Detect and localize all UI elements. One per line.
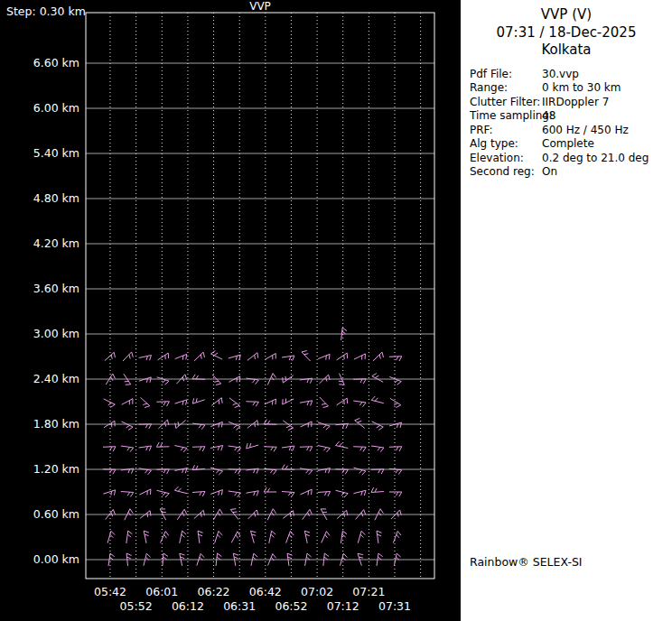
wind-barb-plot (0, 0, 461, 621)
wind-barb (353, 490, 366, 496)
wind-barb (107, 531, 115, 542)
y-axis-label: 1.20 km (0, 462, 79, 476)
y-axis-label: 4.80 km (0, 191, 79, 205)
wind-barb (300, 401, 313, 406)
wind-barb (139, 424, 152, 429)
info-row: Range: 0 km to 30 km (461, 81, 672, 96)
wind-barb (265, 354, 275, 360)
info-label: Pdf File: (470, 68, 542, 82)
info-label: Elevation: (470, 152, 542, 166)
wind-barb (389, 422, 401, 428)
info-value: 0.2 deg to 21.0 deg (542, 152, 672, 166)
wind-barb (318, 492, 331, 496)
wind-barb (247, 353, 258, 361)
wind-barb (372, 422, 384, 430)
wind-barb (122, 399, 133, 405)
wind-barb (215, 531, 222, 542)
wind-barb (121, 446, 134, 452)
wind-barb (210, 446, 223, 451)
wind-barb (282, 492, 294, 497)
radar-app-window: Step: 0.30 km VVP 6.60 km6.00 km5.40 km4… (0, 0, 672, 621)
y-axis-label: 0.00 km (0, 552, 79, 566)
wind-barb (282, 465, 294, 470)
wind-barb (335, 469, 348, 475)
wind-barb (210, 468, 222, 475)
x-axis-label: 07:21 (347, 585, 390, 598)
wind-barb (139, 446, 152, 451)
wind-barb (231, 532, 240, 542)
vvp-chart-region: Step: 0.30 km VVP 6.60 km6.00 km5.40 km4… (0, 0, 461, 621)
wind-barb (264, 420, 276, 425)
wind-barb (371, 469, 384, 474)
info-label: PRF: (470, 124, 542, 138)
wind-barb (300, 489, 312, 495)
wind-barb (180, 531, 186, 543)
wind-barb (353, 447, 366, 452)
wind-barb (175, 400, 187, 405)
y-axis-label: 5.40 km (0, 146, 79, 160)
wind-barb (230, 509, 238, 520)
plot-border (86, 13, 434, 579)
wind-barb (192, 398, 204, 403)
wind-barb (300, 447, 313, 451)
y-axis-label: 3.00 km (0, 327, 79, 340)
wind-barb (139, 377, 151, 383)
info-value: 30.vvp (542, 68, 672, 82)
wind-barb (318, 354, 330, 359)
wind-barb (122, 422, 134, 430)
info-label: Second reg: (470, 165, 542, 180)
wind-barb (156, 442, 169, 447)
wind-barb (140, 397, 149, 407)
wind-barb (229, 422, 240, 430)
info-value: On (542, 165, 672, 180)
wind-barb (353, 468, 365, 475)
wind-barb (210, 422, 222, 427)
wind-barb (174, 446, 187, 452)
y-axis-label: 6.60 km (0, 56, 79, 70)
x-axis-label: 06:52 (269, 599, 313, 613)
wind-barb (286, 531, 294, 542)
x-axis-label: 05:42 (89, 585, 132, 598)
y-axis-label: 2.40 km (0, 372, 79, 385)
wind-barb (174, 468, 187, 474)
panel-title-block: VVP (V) 07:31 / 18-Dec-2025 Kolkata (461, 0, 672, 60)
wind-barb (389, 447, 402, 451)
wind-barb (264, 447, 276, 452)
x-axis-label: 06:12 (166, 599, 210, 613)
wind-barb (302, 351, 311, 362)
wind-barb (371, 487, 384, 492)
wind-barb (318, 468, 331, 474)
x-axis-label: 07:31 (373, 599, 416, 613)
wind-barb (192, 447, 205, 451)
wind-barb (103, 490, 115, 496)
wind-barb (104, 399, 116, 407)
wind-barb (371, 396, 384, 403)
wind-barb (158, 353, 169, 360)
info-label: Alg type: (470, 137, 542, 152)
wind-barb (144, 531, 149, 543)
y-axis-label: 0.60 km (0, 507, 79, 521)
info-panel: VVP (V) 07:31 / 18-Dec-2025 Kolkata Pdf … (461, 0, 672, 621)
wind-barb (318, 446, 331, 452)
wind-barb (229, 355, 240, 360)
wind-barb (229, 469, 241, 475)
wind-barb (337, 353, 348, 360)
x-axis-label: 06:42 (244, 585, 287, 598)
wind-barb (210, 490, 222, 496)
wind-barb (336, 490, 349, 497)
x-axis-label: 06:01 (140, 585, 183, 598)
wind-barb (103, 469, 116, 475)
info-row: Alg type: Complete (461, 137, 672, 152)
wind-barb (282, 356, 294, 361)
wind-barb (250, 531, 256, 542)
wind-barb (304, 531, 310, 543)
wind-barb (157, 377, 169, 385)
wind-barb (211, 398, 222, 406)
wind-barb (139, 489, 151, 496)
wind-barb (103, 447, 116, 451)
wind-barb (192, 375, 205, 380)
wind-barb (390, 398, 401, 407)
info-value: Complete (542, 137, 672, 152)
wind-barb (198, 531, 203, 543)
wind-barb (156, 402, 169, 406)
